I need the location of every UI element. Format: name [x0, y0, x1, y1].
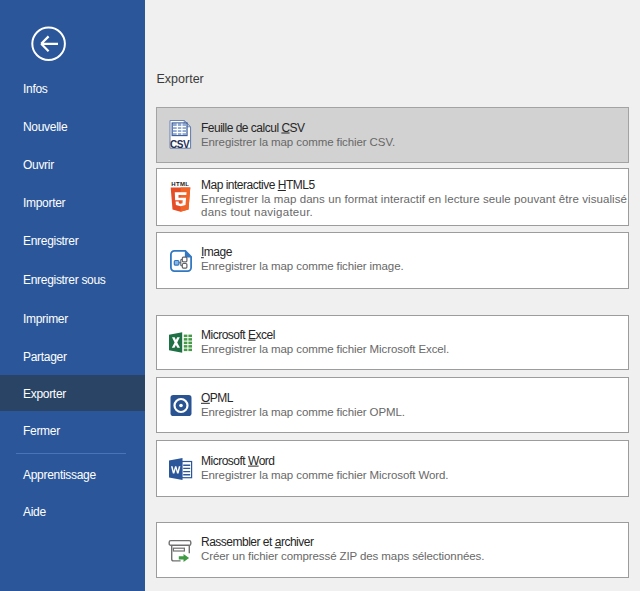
svg-text:CSV: CSV: [170, 139, 190, 150]
svg-text:HTML: HTML: [171, 181, 189, 187]
